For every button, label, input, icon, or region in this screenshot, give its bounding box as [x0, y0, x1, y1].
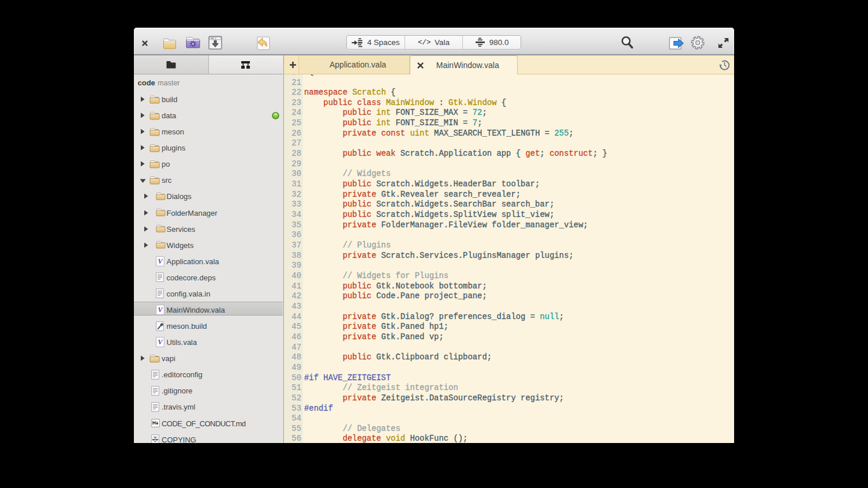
- svg-text:V: V: [158, 306, 163, 314]
- svg-text:V: V: [158, 338, 163, 346]
- svg-text:V: V: [158, 257, 163, 265]
